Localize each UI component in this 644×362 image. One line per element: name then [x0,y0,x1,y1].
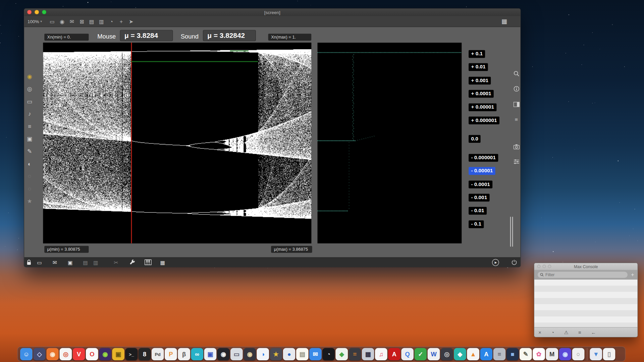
dock-icon-adobe[interactable]: A [388,348,400,360]
dock-icon-github[interactable]: ◉ [217,348,230,360]
bring-forward-icon[interactable]: ▤ [83,259,88,265]
increment-button-2[interactable]: + 0.001 [469,77,491,84]
close-button[interactable] [27,10,32,14]
dock-icon-sphere-app[interactable]: ● [283,348,296,360]
dock-icon-opera[interactable]: O [86,348,98,360]
message-box-icon[interactable]: ✉ [69,19,75,24]
dock-icon-midi-keyboard[interactable]: ▦ [362,348,374,360]
increment-button-10[interactable]: - 0.001 [469,194,489,201]
warning-icon[interactable]: ⚠ [564,329,569,335]
slider-icon[interactable]: ▥ [99,19,104,24]
increment-button-11[interactable]: - 0.01 [469,207,487,215]
console-add-button[interactable]: + [631,272,634,278]
mouse-mu-numbox[interactable]: μ = 3.8284 [120,30,173,41]
transport-icon[interactable]: ➤ [128,19,134,24]
window-titlebar[interactable]: [screen] [24,9,520,16]
dock-icon-games[interactable]: ★ [270,348,282,360]
message-list-icon[interactable]: ≡ [578,329,581,335]
dock-icon-mail[interactable]: ✉ [309,348,322,360]
help-dim-icon[interactable]: ◌ [28,186,31,192]
jump-back-icon[interactable]: ← [591,329,596,335]
increment-button-12[interactable]: - 0.1 [469,220,484,228]
dock-icon-quicktime[interactable]: Q [401,348,414,360]
dock-icon-photos[interactable]: ✿ [533,348,545,360]
toggle-icon[interactable]: ⊠ [79,19,85,24]
dock-icon-pd[interactable]: Pd [152,348,164,360]
media-icon[interactable]: ▣ [27,136,32,142]
dock-icon-wifi-app[interactable]: ○ [572,348,585,360]
dock-icon-text-editor[interactable]: ✎ [520,348,532,360]
sound-mu-numbox[interactable]: μ = 3.82842 [203,30,256,41]
lock-icon[interactable] [26,259,32,267]
favorites-dim-icon[interactable]: ★ [27,198,32,204]
edit-icon[interactable]: ✎ [27,148,32,154]
dock-icon-max[interactable]: M [546,348,558,360]
clock-icon[interactable]: ◔ [551,329,554,335]
dock-icon-virtualbox[interactable]: ▣ [204,348,217,360]
dock-icon-safari[interactable]: ◑ [257,348,269,360]
dial-icon[interactable]: ◔ [108,19,114,24]
audio-status-icon[interactable]: ◎ [27,86,32,92]
dock-icon-infinity-app[interactable]: ∞ [191,348,203,360]
dock-icon-tor-browser[interactable]: ◉ [99,348,111,360]
select-tool-icon[interactable]: ▭ [37,259,42,265]
object-palette-icon[interactable]: ▭ [27,99,32,105]
audio-on-button[interactable]: ▶ [492,259,499,266]
number-box-icon[interactable]: ▤ [89,19,95,24]
dock-icon-firefox[interactable]: ◉ [46,348,59,360]
increment-button-9[interactable]: - 0.0001 [469,180,492,188]
console-close-button[interactable] [537,265,541,268]
sidebar-panel-icon[interactable] [513,101,520,108]
dock-icon-photo-booth[interactable]: ◉ [244,348,256,360]
dock-icon-vivaldi[interactable]: V [73,348,85,360]
dock-icon-camera-app[interactable]: ◎ [441,348,453,360]
increment-button-6[interactable]: 0.0 [469,135,481,143]
filters-sliders-icon[interactable] [513,158,520,165]
dock-icon-terminal[interactable]: >_ [125,348,138,360]
dock-icon-max-8[interactable]: ◉ [559,348,572,360]
list-icon[interactable]: ≡ [513,116,520,123]
button-icon[interactable]: ◉ [59,19,65,24]
info-icon[interactable] [513,85,520,92]
dock-icon-app-grid[interactable]: ◇ [33,348,46,360]
scope-display[interactable] [318,43,462,243]
increment-button-7[interactable]: - 0.000001 [469,154,498,162]
dock-icon-itunes[interactable]: ♫ [375,348,387,360]
dock-icon-app-store[interactable]: A [480,348,492,360]
zoom-control[interactable]: 100% ▾ [28,19,42,24]
layers-icon[interactable]: ▣ [68,259,73,265]
speaker-icon[interactable]: ◐ [28,161,31,167]
dock-icon-clock[interactable]: ◔ [322,348,335,360]
console-filter-input[interactable] [545,272,625,277]
piano-keyboard-icon[interactable] [145,259,152,267]
increment-button-0[interactable]: + 0.1 [469,50,485,58]
increment-button-4[interactable]: + 0.00001 [469,103,496,111]
dock-icon-word-processor[interactable]: W [428,348,440,360]
dock-icon-maps[interactable]: ◆ [335,348,348,360]
xn-min-box[interactable]: Xn(min) = 0. [44,34,89,41]
dock-icon-check-app[interactable]: ✓ [415,348,427,360]
dock-icon-chrome[interactable]: ◎ [60,348,72,360]
dock-icon-vlc[interactable]: ▲ [467,348,479,360]
increment-button-3[interactable]: + 0.0001 [469,90,494,98]
grid-overlay-icon[interactable]: ▦ [501,18,507,25]
dock-icon-eight-ball[interactable]: 8 [139,348,151,360]
increment-button-1[interactable]: + 0.01 [469,63,488,71]
search-icon[interactable] [513,70,520,77]
dock-icon-calculator[interactable]: = [349,348,361,360]
bifurcation-display[interactable] [43,43,312,243]
grid-icon[interactable]: ▦ [160,259,165,265]
power-icon[interactable] [511,259,517,267]
mixer-icon[interactable]: ≡ [28,123,31,129]
increment-button-5[interactable]: + 0.000001 [469,117,499,124]
dock-icon-dark-blue-app[interactable]: ■ [506,348,519,360]
dock-icon-teal-app[interactable]: ◆ [454,348,466,360]
console-filter-field[interactable] [538,272,628,278]
add-object-icon[interactable]: + [118,19,124,24]
zoom-window-button[interactable] [42,10,46,14]
minimize-button[interactable] [35,10,39,14]
snapshot-camera-icon[interactable] [513,143,520,150]
patcher-file-icon[interactable]: ◉ [27,73,32,79]
console-titlebar[interactable]: Max Console [534,263,637,270]
wrench-icon[interactable] [129,259,136,267]
